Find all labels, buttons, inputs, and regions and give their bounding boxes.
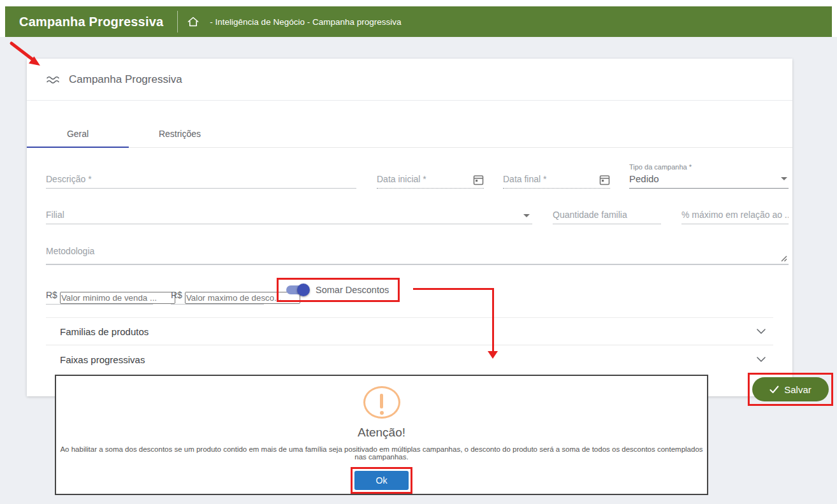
header-divider	[177, 11, 178, 32]
tipo-campanha-select[interactable]: Tipo da campanha * Pedido	[629, 163, 789, 189]
tipo-campanha-label: Tipo da campanha *	[629, 163, 789, 171]
quantidade-familia-field[interactable]	[553, 200, 661, 224]
data-inicial-input[interactable]	[377, 174, 473, 188]
attention-modal: Atenção! Ao habilitar a soma dos descont…	[55, 375, 708, 495]
data-final-field[interactable]	[503, 163, 610, 189]
filial-field[interactable]	[46, 200, 532, 224]
app-header: Campanha Progressiva - Inteligência de N…	[5, 6, 832, 37]
calendar-icon[interactable]	[599, 174, 610, 188]
form: Tipo da campanha * Pedido	[27, 163, 792, 305]
data-final-input[interactable]	[503, 174, 599, 188]
panel-faixas-progressivas[interactable]: Faixas progressivas	[46, 345, 773, 373]
home-icon[interactable]	[187, 16, 200, 27]
resize-handle-icon[interactable]	[780, 255, 787, 262]
save-annotation-box: Salvar	[748, 373, 833, 406]
panel-label: Familias de produtos	[60, 326, 149, 337]
chevron-down-icon	[757, 357, 766, 362]
toggle-thumb	[297, 284, 310, 296]
page: Campanha Progressiva - Inteligência de N…	[0, 0, 837, 504]
metodologia-field[interactable]	[46, 234, 789, 265]
app-title: Campanha Progressiva	[19, 15, 163, 29]
currency-prefix: R$	[46, 290, 57, 304]
annotation-arrow-top-left	[6, 38, 45, 70]
dropdown-arrow-icon	[781, 177, 787, 180]
annotation-arrowhead	[488, 351, 498, 359]
breadcrumb: - Inteligência de Negócio - Campanha pro…	[210, 17, 401, 27]
save-button-label: Salvar	[784, 384, 812, 395]
ok-button[interactable]: Ok	[354, 471, 409, 490]
card-title: Campanha Progressiva	[69, 73, 182, 86]
percentual-maximo-input[interactable]	[681, 210, 789, 224]
dropdown-arrow-icon	[523, 214, 530, 217]
metodologia-textarea[interactable]	[46, 246, 789, 263]
descricao-input[interactable]	[46, 174, 356, 188]
card-header: Campanha Progressiva	[27, 59, 792, 101]
campaign-card: Campanha Progressiva Geral Restrições	[27, 59, 792, 396]
valor-maximo-field[interactable]: R$	[171, 283, 264, 305]
somar-descontos-annotation-box: Somar Descontos	[277, 278, 400, 302]
annotation-connector-horizontal	[413, 288, 494, 290]
calendar-icon[interactable]	[473, 174, 484, 188]
ok-annotation-box: Ok	[351, 467, 413, 494]
valor-minimo-field[interactable]: R$	[46, 283, 153, 305]
tabs: Geral Restrições	[27, 120, 792, 148]
tab-restricoes[interactable]: Restrições	[129, 120, 231, 147]
data-inicial-field[interactable]	[377, 163, 484, 189]
expansion-panels: Familias de produtos Faixas progressivas	[46, 317, 773, 373]
tab-geral[interactable]: Geral	[27, 120, 129, 147]
waves-icon	[46, 75, 61, 85]
save-button[interactable]: Salvar	[752, 377, 829, 401]
percentual-maximo-field[interactable]	[681, 200, 789, 224]
valor-minimo-input[interactable]	[60, 292, 175, 304]
filial-input[interactable]	[46, 210, 532, 224]
modal-title: Atenção!	[358, 426, 405, 440]
descricao-field[interactable]	[46, 163, 356, 189]
annotation-connector-vertical	[492, 288, 494, 352]
check-icon	[769, 385, 779, 394]
currency-prefix: R$	[171, 290, 182, 304]
panel-familias-de-produtos[interactable]: Familias de produtos	[46, 317, 773, 345]
somar-descontos-label: Somar Descontos	[316, 285, 389, 295]
modal-message: Ao habilitar a soma dos descontos se um …	[60, 445, 704, 461]
chevron-down-icon	[757, 329, 766, 334]
warning-icon	[363, 386, 400, 419]
panel-label: Faixas progressivas	[60, 354, 145, 365]
somar-descontos-toggle[interactable]	[286, 285, 308, 294]
quantidade-familia-input[interactable]	[553, 210, 661, 224]
tipo-campanha-value: Pedido	[629, 173, 781, 184]
